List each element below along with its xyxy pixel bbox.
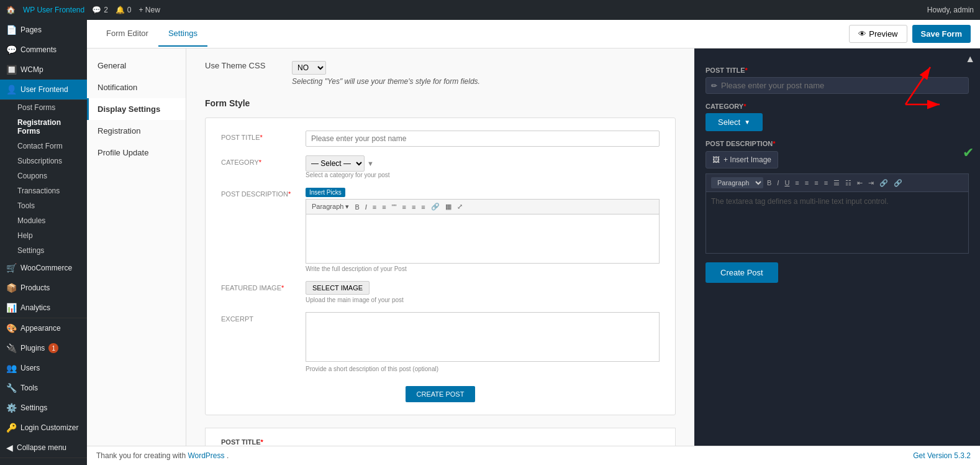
comments-icon: 💬 — [6, 45, 17, 55]
save-form-button[interactable]: Save Form — [912, 25, 971, 43]
sidebar-item-user-frontend[interactable]: 👤 User Frontend — [0, 80, 87, 99]
tab-settings[interactable]: Settings — [158, 21, 207, 47]
pages-icon: 📄 — [6, 25, 17, 35]
right-select-button[interactable]: Select ▼ — [706, 113, 763, 131]
right-align-right[interactable]: ≡ — [812, 178, 820, 187]
right-unlink-btn[interactable]: 🔗 — [892, 178, 904, 188]
right-para-select[interactable]: Paragraph — [711, 177, 763, 188]
sidebar-item-registration-forms[interactable]: Registration Forms — [12, 115, 87, 139]
sidebar-item-contact-form[interactable]: Contact Form — [12, 139, 87, 154]
sidebar-item-settings[interactable]: ⚙️ Settings — [0, 398, 87, 418]
sidebar-item-settings-sub[interactable]: Settings — [12, 243, 87, 258]
footer: Thank you for creating with WordPress . … — [87, 446, 980, 465]
login-customizer-icon: 🔑 — [6, 423, 17, 433]
sidebar-item-pages[interactable]: 📄 Pages — [0, 20, 87, 40]
bold-btn[interactable]: B — [353, 203, 361, 211]
use-theme-css-select[interactable]: NO YES — [292, 61, 326, 75]
sidebar-item-wcmp[interactable]: 🔲 WCMp — [0, 60, 87, 80]
editor-hint: Write the full description of your Post — [306, 265, 660, 272]
right-editor-area[interactable]: The textarea tag defines a multi-line te… — [706, 191, 969, 254]
right-panel: ▲ ✔ — [694, 48, 980, 446]
products-icon: 📦 — [6, 283, 17, 293]
eye-icon: 👁 — [858, 29, 866, 39]
sidebar-item-products[interactable]: 📦 Products — [0, 278, 87, 298]
settings-nav-general[interactable]: General — [87, 55, 186, 76]
post-title-input[interactable] — [306, 131, 660, 147]
sidebar-item-collapse-menu[interactable]: ◀ Collapse menu — [0, 438, 87, 458]
right-italic-btn[interactable]: I — [775, 178, 781, 187]
right-post-desc-label: POST DESCRIPTION* — [706, 140, 969, 147]
insert-picks-btn[interactable]: Insert Picks — [306, 188, 345, 197]
editor-area[interactable] — [306, 214, 660, 264]
post-title-field-label: POST TITLE* — [221, 131, 296, 141]
post-desc-field-label: POST DESCRIPTION* — [221, 187, 296, 198]
right-link-btn[interactable]: 🔗 — [878, 178, 890, 188]
settings-nav-profile[interactable]: Profile Update — [87, 142, 186, 163]
right-list-ol[interactable]: ☷ — [843, 178, 853, 188]
tools-icon: 🔧 — [6, 383, 17, 393]
tab-form-editor[interactable]: Form Editor — [96, 21, 158, 47]
list1-btn[interactable]: ≡ — [371, 203, 378, 211]
sidebar-item-users[interactable]: 👥 Users — [0, 358, 87, 378]
sidebar-item-analytics[interactable]: 📊 Analytics — [0, 298, 87, 318]
align3-btn[interactable]: ≡ — [419, 203, 427, 211]
right-indent-out[interactable]: ⇤ — [855, 178, 864, 188]
media-btn[interactable]: ▦ — [443, 202, 453, 211]
sidebar-item-help[interactable]: Help — [12, 228, 87, 243]
sidebar-item-woocommerce[interactable]: 🛒 WooCommerce — [0, 258, 87, 278]
adminbar-new[interactable]: + New — [139, 6, 160, 14]
sidebar: 📄 Pages 💬 Comments 🔲 WCMp 👤 User Fronten… — [0, 20, 87, 465]
sidebar-item-subscriptions[interactable]: Subscriptions — [12, 154, 87, 168]
scroll-up-icon[interactable]: ▲ — [965, 53, 975, 65]
para-select[interactable]: Paragraph ▾ — [310, 202, 351, 211]
right-indent-in[interactable]: ⇥ — [866, 178, 876, 188]
create-post-button[interactable]: CREATE POST — [406, 386, 476, 402]
wordpress-link[interactable]: WordPress — [188, 451, 224, 460]
right-post-title-input[interactable] — [721, 81, 963, 90]
sidebar-item-plugins[interactable]: 🔌 Plugins 1 — [0, 338, 87, 358]
excerpt-hint: Provide a short description of this post… — [306, 366, 660, 372]
excerpt-textarea[interactable] — [306, 312, 660, 362]
post-title-section-label: POST TITLE* — [221, 438, 660, 446]
sidebar-item-transactions[interactable]: Transactions — [12, 183, 87, 198]
list2-btn[interactable]: ≡ — [380, 203, 388, 211]
sidebar-item-tools[interactable]: 🔧 Tools — [0, 378, 87, 398]
italic-btn[interactable]: I — [363, 203, 369, 211]
right-create-post-button[interactable]: Create Post — [706, 262, 778, 283]
settings-nav-display[interactable]: Display Settings — [87, 98, 186, 120]
sidebar-item-appearance[interactable]: 🎨 Appearance — [0, 318, 87, 338]
woocommerce-icon: 🛒 — [6, 263, 17, 273]
right-align-left[interactable]: ≡ — [793, 178, 801, 187]
adminbar-comments[interactable]: 💬 2 — [92, 6, 108, 14]
user-frontend-icon: 👤 — [6, 85, 17, 94]
sidebar-item-post-forms[interactable]: Post Forms — [12, 100, 87, 115]
right-bold-btn[interactable]: B — [765, 178, 773, 187]
adminbar-site-name[interactable]: WP User Frontend — [23, 6, 84, 14]
adminbar-notifs[interactable]: 🔔 0 — [116, 6, 132, 14]
form-demo: POST TITLE* CATEGORY* — Select — — [205, 117, 676, 415]
right-insert-image-btn[interactable]: 🖼 + Insert Image — [706, 151, 778, 168]
align1-btn[interactable]: ≡ — [401, 203, 408, 211]
sidebar-item-login-customizer[interactable]: 🔑 Login Customizer — [0, 418, 87, 438]
right-underline-btn[interactable]: U — [783, 178, 791, 187]
fullscreen-btn[interactable]: ⤢ — [455, 202, 465, 211]
right-list-ul[interactable]: ☰ — [832, 178, 842, 188]
quote-btn[interactable]: "" — [390, 203, 399, 211]
preview-button[interactable]: 👁 Preview — [849, 25, 907, 43]
link-btn[interactable]: 🔗 — [429, 202, 442, 211]
right-align-justify[interactable]: ≡ — [822, 178, 830, 187]
right-category-label: CATEGORY* — [706, 103, 969, 110]
right-align-center[interactable]: ≡ — [803, 178, 810, 187]
sidebar-item-comments[interactable]: 💬 Comments — [0, 40, 87, 60]
settings-nav-registration[interactable]: Registration — [87, 120, 186, 142]
sidebar-item-coupons[interactable]: Coupons — [12, 168, 87, 183]
get-version-link[interactable]: Get Version 5.3.2 — [913, 451, 971, 460]
select-image-button[interactable]: SELECT IMAGE — [306, 281, 370, 295]
align2-btn[interactable]: ≡ — [410, 203, 417, 211]
appearance-icon: 🎨 — [6, 323, 17, 333]
excerpt-label: EXCERPT — [221, 312, 296, 323]
sidebar-item-modules[interactable]: Modules — [12, 213, 87, 228]
category-select[interactable]: — Select — — [306, 155, 365, 172]
sidebar-item-tools-sub[interactable]: Tools — [12, 198, 87, 213]
settings-nav-notification[interactable]: Notification — [87, 76, 186, 98]
